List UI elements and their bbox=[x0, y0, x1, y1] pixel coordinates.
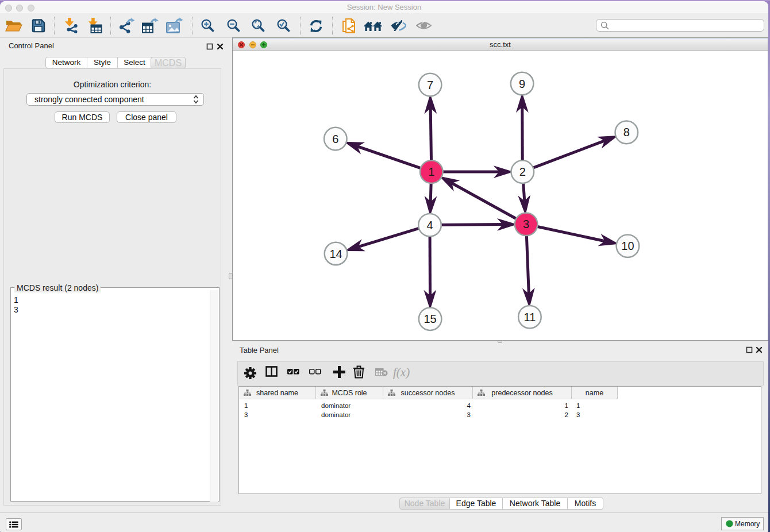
svg-text:14: 14 bbox=[329, 248, 342, 260]
svg-text:15: 15 bbox=[424, 313, 436, 325]
svg-text:2: 2 bbox=[519, 165, 526, 178]
svg-text:3: 3 bbox=[523, 218, 529, 230]
svg-text:4: 4 bbox=[426, 219, 433, 232]
svg-text:10: 10 bbox=[621, 240, 634, 252]
svg-text:1: 1 bbox=[428, 165, 434, 178]
svg-text:6: 6 bbox=[332, 133, 338, 145]
svg-text:11: 11 bbox=[524, 311, 536, 323]
svg-text:7: 7 bbox=[427, 79, 433, 91]
svg-text:9: 9 bbox=[519, 78, 525, 90]
svg-text:8: 8 bbox=[623, 126, 630, 138]
